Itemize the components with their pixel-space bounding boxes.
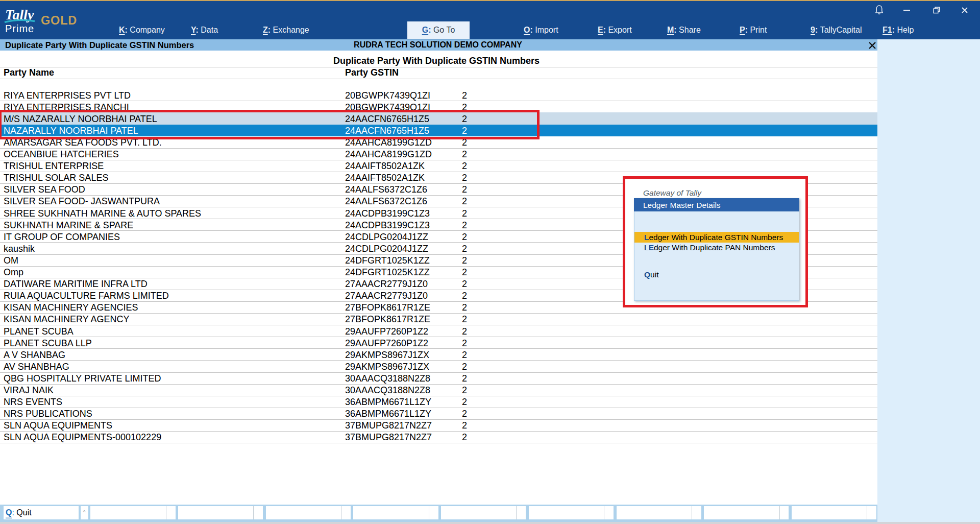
svg-text:Prime: Prime [5, 23, 34, 34]
svg-text:GOLD: GOLD [41, 14, 77, 27]
